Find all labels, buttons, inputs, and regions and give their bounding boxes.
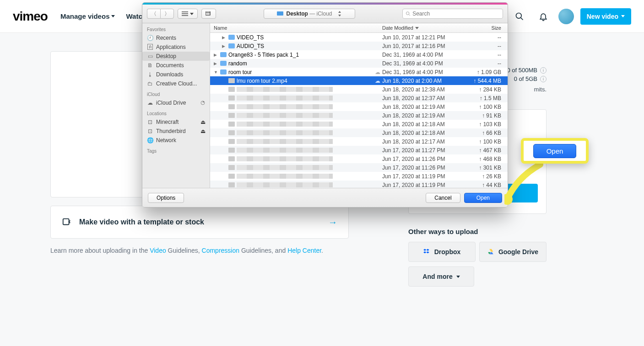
bell-icon	[539, 12, 548, 21]
sidebar-item-thunderbird[interactable]: ⊡Thunderbird⏏	[142, 127, 210, 136]
column-headers: Name Date Modified Size	[210, 23, 508, 33]
file-row[interactable]: Jun 17, 2020 at 11:26 PM↑ 301 KB	[210, 163, 508, 172]
file-rows[interactable]: ▶VIDEO_TSJun 10, 2017 at 12:21 PM--▶AUDI…	[210, 33, 508, 188]
file-name: Orange83 - 5 Titles pack 1_1	[228, 52, 299, 58]
chevron-right-icon: 〉	[164, 10, 170, 18]
folder-icon	[220, 61, 227, 66]
file-row[interactable]: ▼room tour☁Dec 31, 1969 at 4:00 PM↑ 1.09…	[210, 68, 508, 76]
avatar[interactable]	[558, 9, 574, 24]
learn-end: .	[321, 247, 323, 254]
svg-line-10	[409, 15, 410, 16]
sidebar-item-applications[interactable]: 🄰Applications	[142, 43, 210, 52]
forward-button[interactable]: 〉	[160, 9, 174, 19]
disk-icon: ⊡	[147, 128, 153, 134]
file-row[interactable]: ▶randomDec 31, 1969 at 4:00 PM--	[210, 59, 508, 68]
link-compression-guidelines[interactable]: Compression	[202, 247, 239, 254]
disk-icon: ⊡	[147, 119, 153, 125]
col-size[interactable]: Size	[464, 25, 508, 31]
sidebar-item-recents[interactable]: 🕘Recents	[142, 33, 210, 43]
link-video-guidelines[interactable]: Video	[150, 247, 166, 254]
sidebar-item-creative-cloud[interactable]: 🗀Creative Cloud...	[142, 79, 210, 88]
svg-point-9	[406, 12, 409, 15]
cloud-icon: ☁	[375, 69, 382, 75]
sidebar-item-label: iCloud Drive	[156, 100, 186, 106]
disclosure-triangle-icon[interactable]: ▶	[214, 53, 218, 57]
nav-watch[interactable]: Watc	[126, 12, 142, 20]
file-row[interactable]: Jun 18, 2020 at 12:18 AM↑ 103 KB	[210, 120, 508, 128]
upload-gdrive-button[interactable]: Google Drive	[479, 242, 547, 262]
cloud-icon: ☁	[375, 78, 382, 84]
file-row[interactable]: Jun 18, 2020 at 12:19 AM↑ 100 KB	[210, 102, 508, 111]
sidebar-item-documents[interactable]: 🗎Documents	[142, 61, 210, 70]
sidebar-head-tags: Tags	[142, 145, 210, 155]
group-icon	[206, 11, 212, 16]
search-button[interactable]	[511, 8, 528, 25]
file-row[interactable]: ▶VIDEO_TSJun 10, 2017 at 12:21 PM--	[210, 33, 508, 42]
storage-total: 0 of 5GB	[514, 75, 537, 82]
search-field[interactable]	[402, 9, 503, 19]
vimeo-logo[interactable]: vimeo	[13, 9, 48, 24]
file-size: ↑ 91 KB	[464, 112, 508, 119]
other-ways-section: Other ways to upload Dropbox Google Driv…	[408, 228, 547, 287]
search-icon	[406, 11, 411, 16]
info-icon[interactable]: i	[540, 67, 547, 74]
group-button[interactable]	[201, 9, 216, 19]
search-input[interactable]	[412, 11, 500, 17]
cancel-button[interactable]: Cancel	[426, 193, 460, 203]
link-help-center[interactable]: Help Center	[287, 247, 321, 254]
nav-manage-videos[interactable]: Manage videos	[60, 12, 115, 20]
file-row[interactable]: Jun 17, 2020 at 11:19 PM↑ 44 KB	[210, 181, 508, 188]
back-button[interactable]: 〈	[147, 9, 160, 19]
col-name[interactable]: Name	[210, 25, 382, 31]
disclosure-triangle-icon[interactable]: ▶	[222, 35, 227, 40]
sidebar-item-icloud-drive[interactable]: ☁iCloud Drive	[142, 98, 210, 107]
list-view-icon	[182, 11, 188, 16]
make-video-template-button[interactable]: Make video with a template or stock →	[50, 206, 349, 239]
open-button[interactable]: Open	[464, 193, 502, 203]
file-date: Dec 31, 1969 at 4:00 PM	[382, 60, 464, 67]
file-row[interactable]: Jun 18, 2020 at 12:18 AM↑ 66 KB	[210, 128, 508, 137]
view-mode-button[interactable]	[178, 9, 198, 19]
info-icon[interactable]: i	[540, 76, 547, 82]
file-row[interactable]: lmu room tour 2.mp4☁Jun 18, 2020 at 2:00…	[210, 76, 508, 85]
eject-icon[interactable]: ⏏	[200, 129, 205, 133]
file-row[interactable]: Jun 18, 2020 at 12:38 AM↑ 284 KB	[210, 85, 508, 94]
file-row[interactable]: Jun 17, 2020 at 11:19 PM↑ 26 KB	[210, 172, 508, 181]
notifications-button[interactable]	[535, 8, 552, 25]
sidebar-item-minecraft[interactable]: ⊡Minecraft⏏	[142, 117, 210, 127]
file-date: Jun 17, 2020 at 11:26 PM	[382, 156, 464, 162]
disclosure-triangle-icon[interactable]: ▶	[214, 61, 218, 66]
upload-dropbox-button[interactable]: Dropbox	[408, 242, 476, 262]
disclosure-triangle-icon[interactable]: ▶	[222, 44, 227, 48]
chevron-down-icon	[621, 15, 625, 17]
file-row[interactable]: ▶AUDIO_TSJun 10, 2017 at 12:16 PM--	[210, 42, 508, 50]
file-date: Jun 18, 2020 at 12:18 AM	[382, 130, 464, 136]
folder-icon: 🗀	[147, 80, 153, 87]
disclosure-triangle-icon[interactable]: ▼	[214, 70, 218, 75]
location-dropdown[interactable]: Desktop — iCloud	[264, 9, 355, 19]
sidebar-item-network[interactable]: 🌐Network	[142, 136, 210, 145]
new-video-button[interactable]: New video	[580, 8, 631, 25]
file-row[interactable]: Jun 18, 2020 at 12:37 AM↑ 1.5 MB	[210, 94, 508, 102]
file-date: Jun 17, 2020 at 11:26 PM	[382, 165, 464, 171]
desktop-icon	[277, 11, 283, 16]
file-row[interactable]: Jun 17, 2020 at 11:27 PM↑ 467 KB	[210, 146, 508, 154]
sidebar-item-desktop[interactable]: ▭Desktop	[142, 52, 210, 61]
sidebar-item-downloads[interactable]: ⭳Downloads	[142, 70, 210, 79]
file-row[interactable]: Jun 18, 2020 at 12:19 AM↑ 91 KB	[210, 111, 508, 120]
file-row[interactable]: Jun 17, 2020 at 11:26 PM↑ 468 KB	[210, 154, 508, 163]
sidebar-item-label: Applications	[156, 44, 186, 50]
desktop-icon: ▭	[147, 53, 153, 59]
file-list: Name Date Modified Size ▶VIDEO_TSJun 10,…	[210, 23, 508, 188]
file-date: Dec 31, 1969 at 4:00 PM	[382, 69, 464, 75]
file-date: Jun 18, 2020 at 12:18 AM	[382, 121, 464, 128]
nav-manage-label: Manage videos	[60, 12, 110, 20]
file-row[interactable]: ▶Orange83 - 5 Titles pack 1_1Dec 31, 196…	[210, 50, 508, 59]
col-date[interactable]: Date Modified	[382, 25, 464, 31]
options-button[interactable]: Options	[148, 193, 184, 203]
callout-open-button: Open	[533, 144, 577, 158]
file-row[interactable]: Jun 18, 2020 at 12:17 AM↑ 100 KB	[210, 137, 508, 146]
redacted-filename	[237, 87, 333, 92]
eject-icon[interactable]: ⏏	[200, 120, 205, 124]
upload-more-button[interactable]: And more	[408, 266, 474, 287]
